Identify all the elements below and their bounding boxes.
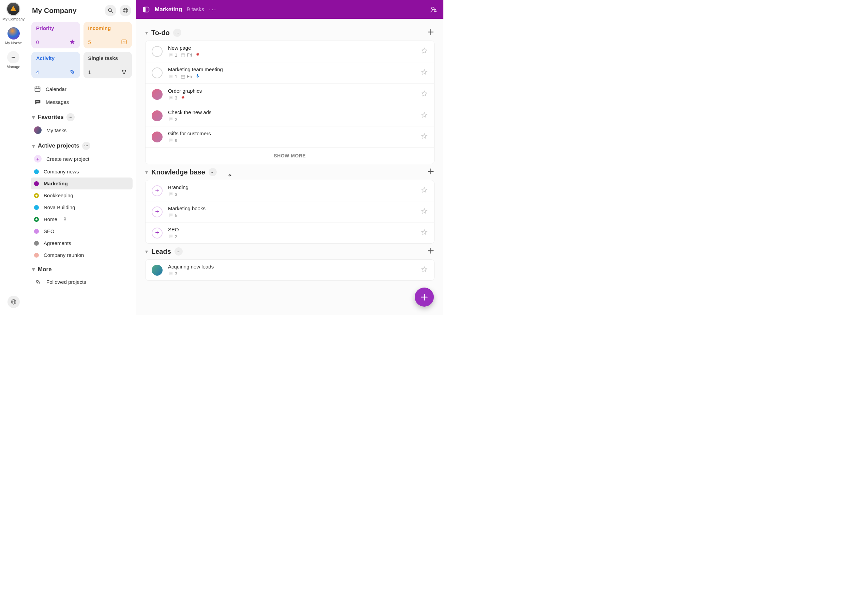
rail-globe[interactable] bbox=[8, 296, 20, 308]
task-row[interactable]: +SEO2 bbox=[146, 223, 434, 243]
task-title: New page bbox=[168, 45, 415, 51]
task-row[interactable]: New page1Fri bbox=[146, 41, 434, 62]
sidebar-item-label: Bookkeeping bbox=[44, 193, 73, 198]
section-header: ▾Leads··· bbox=[145, 247, 434, 256]
sidebar-item-project[interactable]: Company news bbox=[31, 166, 132, 178]
card-single-tasks[interactable]: Single tasks 1 bbox=[83, 52, 132, 79]
task-row[interactable]: +Branding3 bbox=[146, 180, 434, 201]
sidebar-item-create-project[interactable]: + Create new project bbox=[31, 152, 132, 166]
plus-icon: + bbox=[34, 155, 42, 162]
sidebar-title: My Company bbox=[32, 6, 101, 15]
main-panel: Marketing 9 tasks ··· ▾To-do···New page1… bbox=[136, 0, 444, 315]
section-add-button[interactable] bbox=[427, 28, 434, 37]
sidebar-item-calendar[interactable]: Calendar bbox=[31, 82, 132, 96]
filter-button[interactable] bbox=[430, 6, 437, 13]
card-label: Single tasks bbox=[88, 55, 127, 61]
project-menu-button[interactable]: ··· bbox=[209, 5, 217, 13]
assignee-avatar[interactable] bbox=[152, 110, 162, 121]
search-button[interactable] bbox=[105, 5, 116, 16]
task-row[interactable]: Order graphics3 bbox=[146, 84, 434, 105]
section-menu[interactable]: ··· bbox=[66, 113, 75, 121]
star-button[interactable] bbox=[420, 90, 428, 99]
section-menu[interactable]: ··· bbox=[173, 28, 181, 37]
avatar-icon bbox=[34, 126, 42, 134]
workspace-rail: My Company My Nozbe ••• Manage bbox=[0, 0, 27, 315]
assignee-avatar[interactable] bbox=[152, 265, 162, 276]
section-add-button[interactable] bbox=[427, 247, 434, 256]
task-row[interactable]: Acquiring new leads3 bbox=[146, 259, 434, 280]
sidebar-item-project[interactable]: Company reunion bbox=[31, 249, 132, 261]
sidebar-item-project[interactable]: Bookkeeping bbox=[31, 189, 132, 201]
task-checkbox[interactable] bbox=[152, 68, 162, 79]
star-button[interactable] bbox=[420, 186, 428, 195]
sidebar-item-followed[interactable]: Followed projects bbox=[31, 275, 132, 289]
section-add-button[interactable] bbox=[427, 168, 434, 176]
sidebar-item-project[interactable]: Agreements bbox=[31, 237, 132, 249]
task-title: Check the new ads bbox=[168, 109, 415, 115]
card-label: Incoming bbox=[88, 25, 127, 31]
workspace-my-company[interactable]: My Company bbox=[2, 2, 25, 21]
sidebar-item-messages[interactable]: Messages bbox=[31, 96, 132, 108]
priority-flag-icon bbox=[181, 95, 186, 101]
task-row[interactable]: +Marketing books5 bbox=[146, 201, 434, 223]
sidebar-item-project[interactable]: Marketing bbox=[31, 178, 132, 189]
add-task-fab[interactable] bbox=[415, 288, 434, 306]
nozbe-avatar-icon bbox=[8, 27, 20, 39]
section-menu[interactable]: ··· bbox=[175, 247, 183, 256]
chevron-down-icon[interactable]: ▾ bbox=[145, 169, 148, 176]
rss-icon bbox=[69, 69, 76, 75]
sidebar-item-project[interactable]: SEO bbox=[31, 225, 132, 237]
star-button[interactable] bbox=[420, 207, 428, 216]
workspace-my-nozbe[interactable]: My Nozbe bbox=[5, 27, 22, 45]
assignee-avatar[interactable] bbox=[152, 132, 162, 142]
sidebar-item-label: Home bbox=[44, 216, 57, 222]
sidebar-section-active-projects[interactable]: ▾ Active projects ··· bbox=[32, 142, 131, 150]
sidebar-item-project[interactable]: Home bbox=[31, 213, 132, 225]
sidebar-section-favorites[interactable]: ▾ Favorites ··· bbox=[32, 113, 131, 121]
workspace-label: My Nozbe bbox=[5, 41, 22, 45]
task-add-assignee[interactable]: + bbox=[152, 228, 162, 239]
comment-count: 2 bbox=[168, 116, 177, 122]
star-button[interactable] bbox=[420, 47, 428, 56]
star-button[interactable] bbox=[420, 69, 428, 77]
project-task-count: 9 tasks bbox=[187, 6, 204, 13]
card-activity[interactable]: Activity 4 bbox=[31, 52, 80, 79]
star-button[interactable] bbox=[420, 266, 428, 275]
section-menu[interactable]: ··· bbox=[82, 142, 90, 150]
chevron-down-icon: ▾ bbox=[32, 266, 35, 273]
assignee-avatar[interactable] bbox=[152, 89, 162, 100]
project-color-icon bbox=[34, 193, 39, 198]
chevron-down-icon[interactable]: ▾ bbox=[145, 248, 148, 255]
task-title: Marketing team meeting bbox=[168, 66, 415, 72]
toggle-sidebar-button[interactable] bbox=[142, 6, 150, 13]
task-row[interactable]: Marketing team meeting1Fri bbox=[146, 62, 434, 84]
workspace-manage[interactable]: ••• Manage bbox=[7, 51, 20, 69]
sidebar-item-label: My tasks bbox=[46, 127, 66, 133]
sidebar-item-project[interactable]: Nova Building bbox=[31, 201, 132, 213]
sidebar-item-label: Messages bbox=[46, 99, 69, 105]
show-more-button[interactable]: SHOW MORE bbox=[146, 148, 434, 164]
task-row[interactable]: Gifts for customers9 bbox=[146, 126, 434, 148]
chevron-down-icon[interactable]: ▾ bbox=[145, 30, 148, 36]
section-menu[interactable]: ··· bbox=[209, 168, 217, 176]
comment-count: 3 bbox=[168, 271, 177, 276]
sidebar-item-label: Marketing bbox=[44, 181, 68, 186]
workspace-logo-icon bbox=[6, 2, 20, 16]
task-row[interactable]: Check the new ads2 bbox=[146, 105, 434, 126]
task-add-assignee[interactable]: + bbox=[152, 206, 162, 217]
card-label: Priority bbox=[36, 25, 76, 31]
inbox-icon bbox=[121, 39, 127, 45]
card-count: 5 bbox=[88, 39, 91, 45]
star-button[interactable] bbox=[420, 132, 428, 141]
star-button[interactable] bbox=[420, 112, 428, 120]
workspace-label: Manage bbox=[7, 65, 20, 69]
task-checkbox[interactable] bbox=[152, 46, 162, 57]
settings-button[interactable] bbox=[120, 5, 131, 16]
card-incoming[interactable]: Incoming 5 bbox=[83, 22, 132, 49]
sidebar-section-more[interactable]: ▾ More bbox=[32, 266, 131, 273]
card-priority[interactable]: Priority 0 bbox=[31, 22, 80, 49]
star-button[interactable] bbox=[420, 229, 428, 237]
section-label: Active projects bbox=[38, 142, 79, 149]
task-add-assignee[interactable]: + bbox=[152, 185, 162, 196]
sidebar-item-my-tasks[interactable]: My tasks bbox=[31, 123, 132, 137]
